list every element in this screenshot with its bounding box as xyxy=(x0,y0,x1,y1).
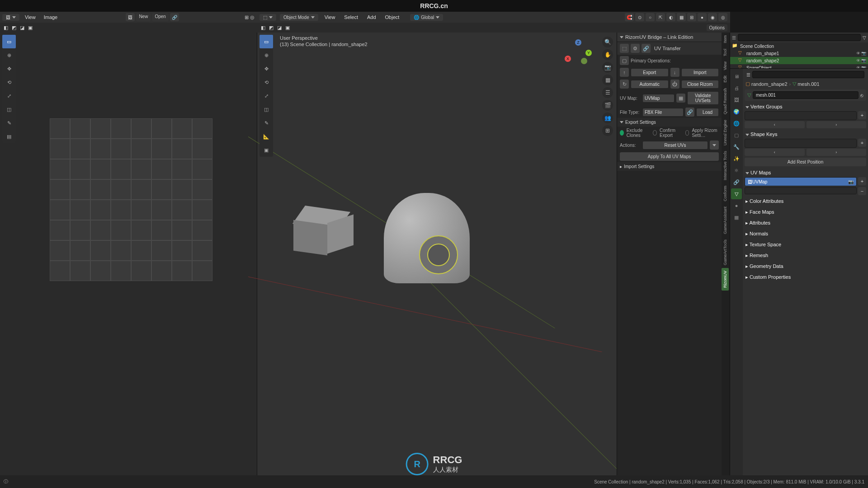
disable-icon[interactable]: 📷 xyxy=(861,66,866,69)
uv-selectmode-icons[interactable]: ◧◩◪▣ xyxy=(2,24,34,31)
nav-render-icon[interactable]: 🎬 xyxy=(602,100,613,111)
shape-key-add-icon[interactable]: + xyxy=(858,139,866,147)
uv-menu-image[interactable]: Image xyxy=(41,14,61,21)
sk-prev[interactable]: ‹ xyxy=(745,149,805,156)
v3d-menu-select[interactable]: Select xyxy=(341,14,361,21)
add-rest-position-button[interactable]: Add Rest Position xyxy=(745,158,866,166)
uv-tool-move-icon[interactable]: ✥ xyxy=(2,62,16,75)
pivot-icon[interactable]: ⊙ xyxy=(635,13,644,21)
disable-icon[interactable]: 📷 xyxy=(861,58,866,63)
section-custom-properties[interactable]: ▸ Custom Properties xyxy=(745,272,866,282)
uvmap-browse-icon[interactable]: ▦ xyxy=(676,94,685,103)
prop-tab-output-icon[interactable]: 🖨 xyxy=(731,83,742,94)
section-uv-maps[interactable]: UV Maps xyxy=(745,168,866,177)
tool-scale-icon[interactable]: ⤢ xyxy=(259,89,273,103)
props-search[interactable] xyxy=(752,71,864,78)
uv-transfer-link-icon[interactable]: 🔗 xyxy=(642,44,651,53)
uv-map-remove-icon[interactable]: − xyxy=(858,187,866,195)
tool-measure-icon[interactable]: 📐 xyxy=(259,130,273,143)
uv-editor-type-icon[interactable]: 🖼 xyxy=(2,14,19,21)
prop-tab-world-icon[interactable]: 🌐 xyxy=(731,118,742,129)
shading-solid-icon[interactable]: ● xyxy=(698,13,707,21)
tool-select-box-icon[interactable]: ▭ xyxy=(259,35,273,48)
vg-prev[interactable]: ‹ xyxy=(745,121,805,128)
uv-tool-more-icon[interactable]: ▤ xyxy=(2,130,16,143)
tool-move-icon[interactable]: ✥ xyxy=(259,62,273,75)
tab-interactive[interactable]: Interactive Tools xyxy=(722,148,729,183)
actions-field[interactable]: Reset UVs xyxy=(642,141,708,150)
exclude-clones-toggle[interactable] xyxy=(620,130,624,136)
shading-matprev-icon[interactable]: ◉ xyxy=(708,13,717,21)
viewport-3d[interactable]: ▭ ⊕ ✥ ⟲ ⤢ ◫ ✎ 📐 ▣ User Perspective (13) … xyxy=(257,33,730,475)
section-normals[interactable]: ▸ Normals xyxy=(745,229,866,239)
tab-item[interactable]: Item xyxy=(722,33,729,46)
outliner-filter-icon[interactable]: ▽ xyxy=(863,35,866,40)
xray-icon[interactable]: ▦ xyxy=(677,13,686,21)
uv-tool-rotate-icon[interactable]: ⟲ xyxy=(2,75,16,89)
nav-camera-icon[interactable]: 📷 xyxy=(602,62,613,73)
gizmo-toggle-icon[interactable]: ⇱ xyxy=(656,13,665,21)
disable-icon[interactable]: 📷 xyxy=(861,51,866,56)
outliner-type-icon[interactable]: ☰ xyxy=(732,35,736,40)
object-random-shape2[interactable] xyxy=(384,193,474,292)
prop-tab-scene-icon[interactable]: 🌍 xyxy=(731,106,742,117)
viewport-select-mask-icons[interactable]: ◧◩◪▣ xyxy=(259,24,291,31)
nav-group-icon[interactable]: 👥 xyxy=(602,113,613,123)
section-remesh[interactable]: ▸ Remesh xyxy=(745,251,866,260)
prop-tab-data-icon[interactable]: ▽ xyxy=(731,188,742,199)
prop-tab-texture-icon[interactable]: ▦ xyxy=(731,212,742,223)
uv-tool-annotate-icon[interactable]: ⊕ xyxy=(2,48,16,62)
section-color-attributes[interactable]: ▸ Color Attributes xyxy=(745,197,866,206)
uv-menu-view[interactable]: View xyxy=(22,14,38,21)
uv-new-button[interactable]: New xyxy=(136,13,151,21)
filetype-browse-icon[interactable]: 🔗 xyxy=(685,108,694,117)
tab-edit[interactable]: Edit xyxy=(722,73,729,85)
viewport-editor-type-icon[interactable]: ⬚ xyxy=(259,14,276,21)
section-vertex-groups[interactable]: Vertex Groups xyxy=(745,102,866,111)
nav-list-icon[interactable]: ☰ xyxy=(602,87,613,98)
prop-tab-modifier-icon[interactable]: 🔧 xyxy=(731,141,742,152)
nav-persp-icon[interactable]: ▦ xyxy=(602,75,613,85)
uv-map-item[interactable]: 🖼 UVMap📷 xyxy=(745,177,857,186)
export-button[interactable]: Export xyxy=(631,68,669,77)
nav-grid-icon[interactable]: ⊞ xyxy=(602,125,613,136)
import-button[interactable]: Import xyxy=(681,68,719,77)
viewport-options[interactable]: Options xyxy=(707,24,727,31)
tool-rotate-icon[interactable]: ⟲ xyxy=(259,75,273,89)
snap-icon[interactable]: 🧲 xyxy=(625,13,634,21)
outliner-search[interactable] xyxy=(738,34,861,41)
import-settings-header[interactable]: ▸ Import Settings xyxy=(617,162,722,171)
tab-gameassist[interactable]: GameAssistant xyxy=(722,204,729,237)
shading-wire-icon[interactable]: ⊞ xyxy=(687,13,696,21)
outliner-scene-collection[interactable]: 📁Scene Collection xyxy=(730,42,868,50)
actions-dropdown-icon[interactable] xyxy=(710,141,719,150)
uvmap-field[interactable]: UVMap xyxy=(642,94,675,103)
orientation-gizmo[interactable]: Z Y X xyxy=(565,39,592,66)
tab-unreal[interactable]: Unreal Engine xyxy=(722,117,729,148)
uv-pivot-icon[interactable]: ◎ xyxy=(250,14,255,20)
shape-keys-list[interactable] xyxy=(745,139,857,148)
validate-uvsets-button[interactable]: Validate UVSets xyxy=(687,91,719,105)
v3d-menu-view[interactable]: View xyxy=(322,14,338,21)
eye-icon[interactable]: 👁 xyxy=(856,58,860,63)
mode-selector[interactable]: Object Mode xyxy=(280,14,318,21)
uv-tool-scale-icon[interactable]: ⤢ xyxy=(2,89,16,103)
section-shape-keys[interactable]: Shape Keys xyxy=(745,130,866,139)
tool-transform-icon[interactable]: ◫ xyxy=(259,103,273,116)
section-geometry-data[interactable]: ▸ Geometry Data xyxy=(745,262,866,271)
automatic-button[interactable]: Automatic xyxy=(631,80,669,89)
tab-gamearttools[interactable]: GameArtTools xyxy=(722,237,729,268)
confirm-export-toggle[interactable] xyxy=(653,130,657,136)
orientation-selector[interactable]: 🌐 Global xyxy=(410,14,443,21)
uv-snap-icon[interactable]: ⊞ xyxy=(245,14,249,20)
tab-view[interactable]: View xyxy=(722,59,729,73)
tool-annotate-icon[interactable]: ✎ xyxy=(259,116,273,130)
outliner-item-random-shape1[interactable]: ▽random_shape1👁📷 xyxy=(730,50,868,57)
prop-tab-material-icon[interactable]: ● xyxy=(731,200,742,211)
uv-map-add-icon[interactable]: + xyxy=(858,177,866,185)
export-settings-header[interactable]: Export Settings xyxy=(617,118,722,127)
eye-icon[interactable]: 👁 xyxy=(856,51,860,56)
prop-tab-constraint-icon[interactable]: 🔗 xyxy=(731,177,742,188)
uv-image-slot-icon[interactable]: 🖼 xyxy=(126,13,135,21)
apply-to-all-button[interactable]: Apply To All UV Maps xyxy=(620,152,719,161)
